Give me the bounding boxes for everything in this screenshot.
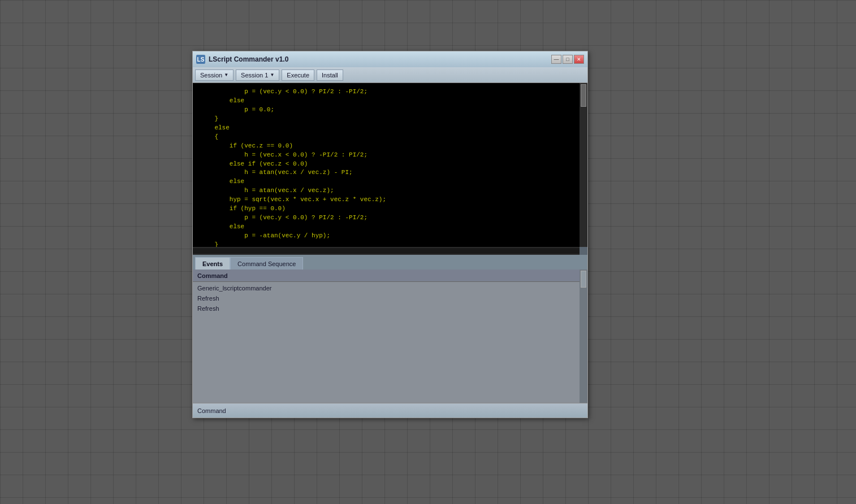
code-content: p = (vec.y < 0.0) ? PI/2 : -PI/2; else p… — [193, 83, 587, 247]
tabs-bar: Events Command Sequence — [193, 255, 587, 270]
list-item[interactable]: Refresh — [193, 303, 587, 314]
window-controls: — □ ✕ — [551, 55, 584, 64]
events-list: Generic_lscriptcommander Refresh Refresh — [193, 282, 587, 315]
code-editor[interactable]: p = (vec.y < 0.0) ? PI/2 : -PI/2; else p… — [193, 83, 587, 247]
title-bar: LS LScript Commander v1.0 — □ ✕ — [193, 51, 587, 67]
events-scrollbar-thumb[interactable] — [581, 271, 586, 288]
list-item[interactable]: Generic_lscriptcommander — [193, 283, 587, 293]
session-menu-button[interactable]: Session ▼ — [195, 69, 234, 81]
session1-menu-button[interactable]: Session 1 ▼ — [236, 69, 279, 81]
execute-button[interactable]: Execute — [282, 69, 314, 81]
tab-command-sequence[interactable]: Command Sequence — [230, 257, 303, 270]
close-button[interactable]: ✕ — [574, 55, 584, 64]
list-item[interactable]: Refresh — [193, 293, 587, 303]
bottom-bar: Command — [193, 403, 587, 418]
code-scrollbar-horizontal[interactable] — [193, 247, 587, 255]
app-icon: LS — [196, 55, 205, 64]
maximize-button[interactable]: □ — [563, 55, 573, 64]
tab-events[interactable]: Events — [195, 257, 230, 270]
events-scrollbar[interactable] — [580, 270, 587, 403]
menu-bar: Session ▼ Session 1 ▼ Execute Install — [193, 67, 587, 83]
events-panel: Command Generic_lscriptcommander Refresh… — [193, 270, 587, 403]
session1-menu-arrow: ▼ — [270, 72, 274, 77]
window-title: LScript Commander v1.0 — [209, 55, 551, 63]
bottom-bar-label: Command — [197, 407, 226, 414]
events-header: Command — [193, 270, 587, 282]
scrollbar-corner — [580, 247, 587, 255]
code-scrollbar-thumb[interactable] — [581, 84, 586, 107]
install-button[interactable]: Install — [317, 69, 343, 81]
session-menu-arrow: ▼ — [224, 72, 228, 77]
code-scrollbar-vertical[interactable] — [580, 83, 587, 247]
main-window: LS LScript Commander v1.0 — □ ✕ Session … — [192, 51, 588, 418]
minimize-button[interactable]: — — [551, 55, 561, 64]
